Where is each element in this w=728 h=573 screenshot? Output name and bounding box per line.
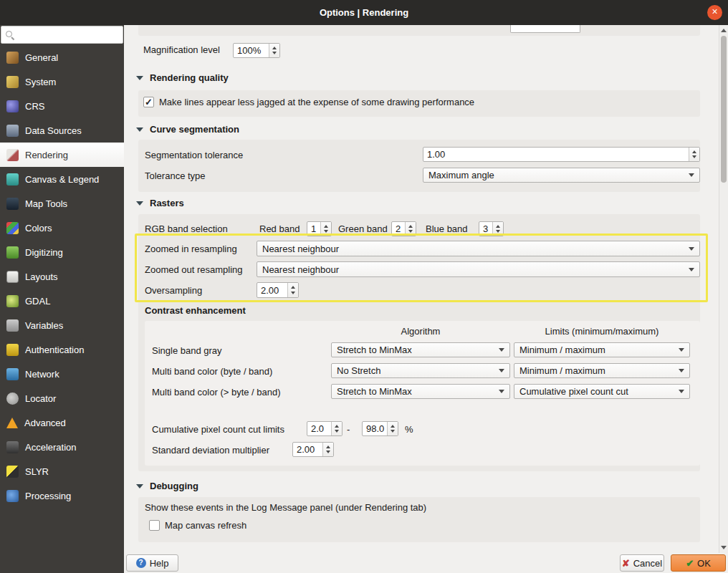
zoomed-out-resampling-select[interactable]: Nearest neighbour bbox=[257, 261, 700, 277]
spin-up-icon[interactable] bbox=[391, 425, 395, 428]
dropdown-arrow-icon[interactable] bbox=[499, 348, 504, 352]
spin-buttons[interactable] bbox=[689, 148, 699, 161]
multi-band-nonbyte-limits-select[interactable]: Cumulative pixel count cut bbox=[514, 384, 690, 399]
sidebar-item-locator[interactable]: Locator bbox=[0, 386, 124, 410]
single-band-gray-limits-select[interactable]: Minimum / maximum bbox=[514, 342, 690, 357]
sidebar-item-processing[interactable]: Processing bbox=[0, 483, 124, 508]
multi-band-byte-algorithm-select[interactable]: No Stretch bbox=[331, 363, 510, 378]
sidebar-item-general[interactable]: General bbox=[0, 45, 124, 69]
sidebar-item-crs[interactable]: CRS bbox=[0, 94, 124, 118]
titlebar: Options | Rendering × bbox=[0, 0, 728, 25]
sidebar-item-advanced[interactable]: Advanced bbox=[0, 410, 124, 435]
selected-value: Maximum angle bbox=[423, 170, 689, 180]
oversampling-spinbox[interactable]: 2.00 bbox=[257, 282, 299, 298]
dropdown-arrow-icon[interactable] bbox=[689, 173, 694, 177]
scroll-down-icon[interactable] bbox=[721, 546, 727, 549]
spin-up-icon[interactable] bbox=[335, 425, 339, 428]
spin-down-icon[interactable] bbox=[324, 230, 328, 233]
spin-buttons[interactable] bbox=[331, 422, 342, 435]
spin-up-icon[interactable] bbox=[272, 47, 277, 49]
single-band-gray-algorithm-select[interactable]: Stretch to MinMax bbox=[331, 342, 510, 357]
dropdown-arrow-icon[interactable] bbox=[679, 390, 684, 393]
spin-down-icon[interactable] bbox=[408, 230, 413, 233]
dropdown-arrow-icon[interactable] bbox=[499, 369, 504, 372]
partial-spinbox[interactable] bbox=[510, 25, 580, 33]
sidebar-item-map-tools[interactable]: Map Tools bbox=[0, 191, 124, 216]
magnification-spinbox[interactable]: 100% bbox=[233, 43, 280, 58]
spin-buttons[interactable] bbox=[269, 44, 279, 57]
spin-down-icon[interactable] bbox=[692, 155, 696, 158]
scrollbar-thumb[interactable] bbox=[721, 36, 727, 183]
sidebar-item-digitizing[interactable]: Digitizing bbox=[0, 240, 124, 264]
spin-down-icon[interactable] bbox=[291, 292, 295, 294]
selected-value: Stretch to MinMax bbox=[332, 386, 499, 397]
dropdown-arrow-icon[interactable] bbox=[689, 268, 694, 271]
spin-up-icon[interactable] bbox=[496, 225, 500, 228]
spin-down-icon[interactable] bbox=[272, 52, 277, 54]
sidebar-item-system[interactable]: System bbox=[0, 69, 124, 94]
spin-buttons[interactable] bbox=[322, 443, 333, 456]
sidebar-item-label: Layouts bbox=[25, 271, 58, 282]
segmentation-tolerance-spinbox[interactable]: 1.00 bbox=[423, 147, 700, 162]
spin-buttons[interactable] bbox=[287, 283, 298, 297]
sidebar-item-rendering[interactable]: Rendering bbox=[0, 143, 124, 167]
sidebar-item-label: General bbox=[25, 52, 58, 63]
stddev-multiplier-spinbox[interactable]: 2.00 bbox=[292, 442, 334, 457]
search-input[interactable] bbox=[16, 30, 123, 40]
spin-buttons[interactable] bbox=[387, 422, 398, 435]
sidebar-item-label: Advanced bbox=[24, 418, 66, 428]
dropdown-arrow-icon[interactable] bbox=[499, 390, 504, 393]
dropdown-arrow-icon[interactable] bbox=[679, 369, 684, 372]
advanced-warning-icon bbox=[6, 418, 18, 428]
sidebar-item-variables[interactable]: Variables bbox=[0, 313, 124, 337]
close-button[interactable]: × bbox=[707, 5, 722, 20]
sidebar-item-colors[interactable]: Colors bbox=[0, 216, 124, 240]
sidebar-item-data-sources[interactable]: Data Sources bbox=[0, 118, 124, 143]
sidebar-item-slyr[interactable]: SLYR bbox=[0, 459, 124, 483]
sidebar-item-layouts[interactable]: Layouts bbox=[0, 264, 124, 289]
segmentation-tolerance-label: Segmentation tolerance bbox=[145, 150, 243, 160]
section-header-curve-segmentation[interactable]: Curve segmentation bbox=[136, 124, 239, 135]
map-canvas-refresh-checkbox[interactable] bbox=[149, 520, 160, 531]
sidebar-item-label: Colors bbox=[25, 223, 52, 233]
spin-down-icon[interactable] bbox=[496, 230, 500, 233]
spin-up-icon[interactable] bbox=[324, 225, 328, 228]
sidebar-item-authentication[interactable]: Authentication bbox=[0, 337, 124, 362]
tolerance-type-select[interactable]: Maximum angle bbox=[423, 168, 700, 183]
cumulative-max-value: 98.0 bbox=[363, 422, 387, 435]
section-header-rendering-quality[interactable]: Rendering quality bbox=[136, 72, 229, 83]
sidebar-item-network[interactable]: Network bbox=[0, 362, 124, 386]
sidebar-item-label: Acceleration bbox=[25, 442, 77, 453]
dropdown-arrow-icon[interactable] bbox=[689, 247, 694, 251]
sidebar-list: General System CRS Data Sources Renderin… bbox=[0, 45, 124, 508]
cumulative-max-spinbox[interactable]: 98.0 bbox=[362, 421, 398, 436]
vertical-scrollbar[interactable] bbox=[719, 25, 728, 553]
section-header-debugging[interactable]: Debugging bbox=[136, 481, 198, 491]
spin-up-icon[interactable] bbox=[692, 150, 696, 153]
spin-up-icon[interactable] bbox=[291, 286, 295, 289]
zoomed-in-resampling-select[interactable]: Nearest neighbour bbox=[257, 241, 700, 256]
scroll-up-icon[interactable] bbox=[721, 29, 727, 32]
sidebar-item-label: Authentication bbox=[25, 345, 84, 355]
rgb-band-selection-label: RGB band selection bbox=[145, 223, 228, 234]
multi-band-byte-limits-select[interactable]: Minimum / maximum bbox=[514, 363, 690, 378]
spin-up-icon[interactable] bbox=[408, 225, 413, 228]
spin-down-icon[interactable] bbox=[335, 430, 339, 433]
section-header-rasters[interactable]: Rasters bbox=[136, 198, 184, 208]
spin-up-icon[interactable] bbox=[326, 446, 330, 448]
segmentation-tolerance-value: 1.00 bbox=[423, 148, 689, 161]
cumulative-min-spinbox[interactable]: 2.0 bbox=[307, 421, 343, 436]
settings-search[interactable] bbox=[1, 26, 123, 44]
ok-button[interactable]: ✔ OK bbox=[671, 554, 726, 572]
dropdown-arrow-icon[interactable] bbox=[679, 348, 684, 352]
cancel-button[interactable]: ✘ Cancel bbox=[620, 554, 664, 572]
multi-band-byte-label: Multi band color (byte / band) bbox=[152, 366, 272, 377]
multi-band-nonbyte-algorithm-select[interactable]: Stretch to MinMax bbox=[331, 384, 510, 399]
spin-down-icon[interactable] bbox=[391, 430, 395, 433]
sidebar-item-gdal[interactable]: GDAL bbox=[0, 289, 124, 313]
spin-down-icon[interactable] bbox=[326, 451, 330, 453]
sidebar-item-acceleration[interactable]: Acceleration bbox=[0, 435, 124, 459]
antialias-checkbox[interactable]: ✓ bbox=[143, 97, 154, 107]
help-button[interactable]: ? Help bbox=[126, 554, 178, 572]
sidebar-item-canvas-legend[interactable]: Canvas & Legend bbox=[0, 167, 124, 191]
